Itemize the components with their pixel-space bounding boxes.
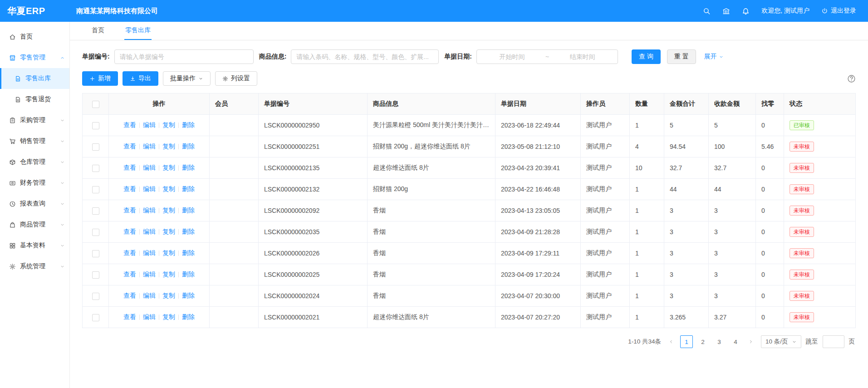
next-page-button[interactable]	[745, 335, 756, 348]
row-action-view[interactable]: 查看	[123, 142, 136, 150]
row-action-view[interactable]: 查看	[123, 121, 136, 128]
add-button[interactable]: 新增	[82, 71, 118, 86]
row-action-edit[interactable]: 编辑	[143, 142, 156, 150]
row-action-delete[interactable]: 删除	[182, 185, 195, 192]
row-checkbox[interactable]	[92, 250, 99, 257]
row-checkbox[interactable]	[92, 207, 99, 215]
row-action-delete[interactable]: 删除	[182, 313, 195, 320]
sidebar-item-basic-data[interactable]: 基本资料	[0, 235, 69, 256]
row-action-delete[interactable]: 删除	[182, 164, 195, 171]
row-action-edit[interactable]: 编辑	[143, 249, 156, 256]
column-settings-button[interactable]: 列设置	[215, 71, 257, 86]
sidebar-item-system[interactable]: 系统管理	[0, 256, 69, 277]
search-icon[interactable]	[703, 7, 711, 15]
row-action-copy[interactable]: 复制	[162, 228, 175, 235]
cell-actions: 查看编辑复制删除	[109, 157, 210, 179]
sidebar-item-goods[interactable]: 商品管理	[0, 214, 69, 235]
row-action-delete[interactable]: 删除	[182, 249, 195, 256]
tab-home[interactable]: 首页	[91, 22, 105, 40]
row-action-view[interactable]: 查看	[123, 270, 136, 278]
column-header: 金额合计	[664, 93, 709, 115]
row-action-view[interactable]: 查看	[123, 249, 136, 256]
cell-qty: 1	[630, 307, 664, 328]
row-action-copy[interactable]: 复制	[162, 142, 175, 150]
sidebar-item-purchase[interactable]: 采购管理	[0, 110, 69, 131]
page-button-2[interactable]: 2	[696, 335, 709, 348]
sidebar-item-retail-outbound[interactable]: 零售出库	[0, 68, 69, 89]
row-action-edit[interactable]: 编辑	[143, 292, 156, 299]
table-row: 查看编辑复制删除 LSCK00000002026 香烟 2023-04-09 1…	[83, 243, 856, 264]
sidebar-item-retail[interactable]: 零售管理	[0, 47, 69, 68]
sidebar-item-home[interactable]: 首页	[0, 26, 69, 47]
jump-input[interactable]	[823, 335, 844, 348]
sidebar-item-finance[interactable]: 财务管理	[0, 172, 69, 193]
bill-no-input[interactable]	[114, 49, 254, 64]
row-checkbox[interactable]	[92, 271, 99, 279]
row-action-edit[interactable]: 编辑	[143, 164, 156, 171]
page-size-select[interactable]: 10 条/页	[761, 335, 801, 348]
end-date-input[interactable]	[552, 53, 613, 60]
prev-page-button[interactable]	[666, 335, 677, 348]
row-action-edit[interactable]: 编辑	[143, 228, 156, 235]
cell-date: 2023-05-08 21:12:10	[495, 136, 581, 157]
row-action-view[interactable]: 查看	[123, 206, 136, 214]
row-action-delete[interactable]: 删除	[182, 142, 195, 150]
sidebar-item-reports[interactable]: 报表查询	[0, 193, 69, 214]
date-range-picker[interactable]: ~	[476, 49, 618, 64]
bank-icon[interactable]	[722, 7, 730, 15]
help-icon[interactable]	[847, 74, 856, 83]
row-checkbox[interactable]	[92, 165, 99, 172]
row-action-view[interactable]: 查看	[123, 313, 136, 320]
row-action-edit[interactable]: 编辑	[143, 185, 156, 192]
sidebar-item-warehouse[interactable]: 仓库管理	[0, 152, 69, 172]
row-action-copy[interactable]: 复制	[162, 313, 175, 320]
row-action-delete[interactable]: 删除	[182, 292, 195, 299]
cell-member	[210, 264, 259, 285]
page-button-3[interactable]: 3	[713, 335, 726, 348]
row-checkbox[interactable]	[92, 143, 99, 151]
row-action-copy[interactable]: 复制	[162, 206, 175, 214]
row-action-delete[interactable]: 删除	[182, 206, 195, 214]
clipboard-icon	[9, 117, 16, 124]
page-button-4[interactable]: 4	[729, 335, 742, 348]
row-action-copy[interactable]: 复制	[162, 270, 175, 278]
row-action-edit[interactable]: 编辑	[143, 313, 156, 320]
start-date-input[interactable]	[481, 53, 543, 60]
row-action-copy[interactable]: 复制	[162, 164, 175, 171]
row-checkbox[interactable]	[92, 122, 99, 129]
logout-button[interactable]: 退出登录	[821, 7, 856, 15]
tab-retail-outbound[interactable]: 零售出库	[124, 22, 152, 40]
bell-icon[interactable]	[742, 7, 750, 15]
date-label: 单据日期:	[444, 53, 472, 61]
sidebar-item-sales[interactable]: 销售管理	[0, 131, 69, 152]
row-action-copy[interactable]: 复制	[162, 292, 175, 299]
row-checkbox[interactable]	[92, 293, 99, 300]
reset-button[interactable]: 重 置	[667, 49, 696, 64]
search-button[interactable]: 查 询	[632, 49, 661, 64]
sidebar-item-retail-return[interactable]: 零售退货	[0, 89, 69, 110]
row-action-delete[interactable]: 删除	[182, 270, 195, 278]
export-button[interactable]: 导出	[123, 71, 158, 86]
row-action-edit[interactable]: 编辑	[143, 121, 156, 128]
row-action-copy[interactable]: 复制	[162, 249, 175, 256]
row-action-copy[interactable]: 复制	[162, 185, 175, 192]
row-action-view[interactable]: 查看	[123, 185, 136, 192]
row-checkbox[interactable]	[92, 314, 99, 321]
row-checkbox[interactable]	[92, 186, 99, 193]
row-action-delete[interactable]: 删除	[182, 228, 195, 235]
select-all-checkbox[interactable]	[92, 101, 99, 108]
cell-qty: 1	[630, 264, 664, 285]
row-action-edit[interactable]: 编辑	[143, 206, 156, 214]
batch-operations-button[interactable]: 批量操作	[163, 71, 211, 86]
row-action-view[interactable]: 查看	[123, 292, 136, 299]
page-button-1[interactable]: 1	[680, 335, 693, 348]
row-action-edit[interactable]: 编辑	[143, 270, 156, 278]
material-input[interactable]	[291, 49, 439, 64]
row-action-copy[interactable]: 复制	[162, 121, 175, 128]
row-action-delete[interactable]: 删除	[182, 121, 195, 128]
expand-link[interactable]: 展开	[704, 53, 724, 61]
app-logo[interactable]: 华夏ERP	[0, 5, 70, 17]
row-checkbox[interactable]	[92, 229, 99, 236]
row-action-view[interactable]: 查看	[123, 228, 136, 235]
row-action-view[interactable]: 查看	[123, 164, 136, 171]
